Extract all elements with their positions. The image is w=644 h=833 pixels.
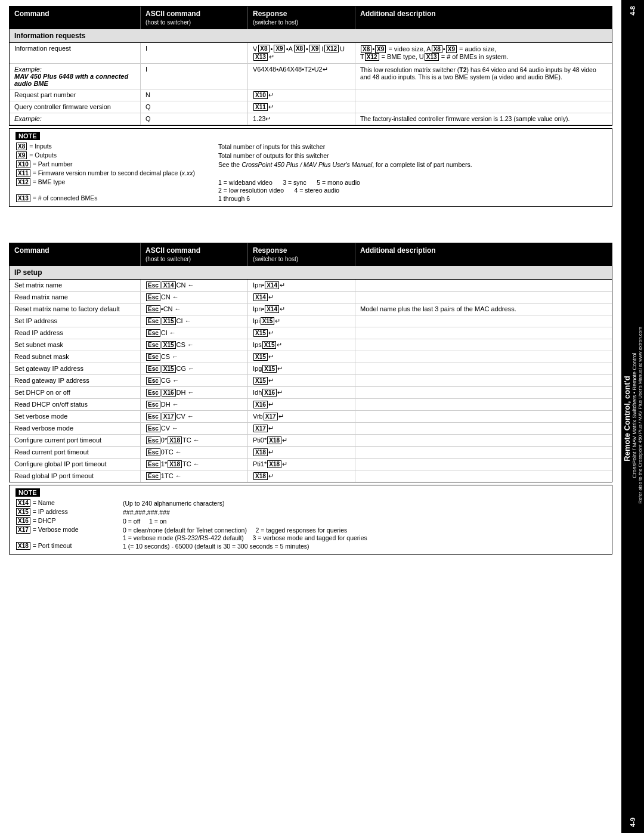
config-current-timeout-row: Configure current port timeout Esc0*X18T…: [10, 435, 612, 447]
firmware-command: Query controller firmware version: [10, 101, 141, 113]
table1-header: Command ASCII command (host to switcher)…: [10, 7, 612, 29]
page-num-top: 4-8: [629, 6, 636, 16]
page-num-bottom: 4-9: [629, 817, 636, 827]
right-sidebar: 4-8 Remote Control, cont'd CrossPoint / …: [621, 0, 644, 833]
example-ascii: I: [141, 64, 248, 89]
note-section-1: NOTE X8 = Inputs Total number of inputs …: [9, 128, 612, 207]
ascii-sub-2: (host to switcher): [145, 256, 191, 262]
firmware-ex-ascii: Q: [141, 113, 248, 125]
ascii-header: ASCII command: [145, 10, 200, 18]
col2-additional: Additional description: [355, 243, 612, 266]
response-header-2: Response: [253, 246, 287, 255]
note-row: X10 = Part number See the CrossPoint 450…: [16, 160, 472, 169]
top-table-section: Command ASCII command (host to switcher)…: [9, 6, 612, 207]
note-table-2: X14 = Name (Up to 240 alphanumeric chara…: [16, 498, 367, 550]
set-dhcp-row: Set DHCP on or off EscX16DH ← IdhX16↵: [10, 387, 612, 399]
note-row: 1 = verbose mode (RS-232/RS-422 default)…: [16, 534, 367, 541]
table2: Command ASCII command (host to switcher)…: [9, 243, 612, 482]
read-ip-row: Read IP address EscCI ← X15↵: [10, 327, 612, 339]
info-request-ascii: I: [141, 43, 248, 63]
main-content: Command ASCII command (host to switcher)…: [0, 0, 621, 833]
set-verbose-row: Set verbose mode EscX17CV ← VrbX17↵: [10, 411, 612, 423]
read-dhcp-row: Read DHCP on/off status EscDH ← X16↵: [10, 399, 612, 411]
note-row: X11 = Firmware version number to second …: [16, 169, 472, 178]
table1: Command ASCII command (host to switcher)…: [9, 6, 612, 126]
read-gateway-row: Read gateway IP address EscCG ← X15↵: [10, 375, 612, 387]
config-global-timeout-row: Configure global IP port timeout Esc1*X1…: [10, 459, 612, 470]
firmware-ex-desc: The factory-installed controller firmwar…: [355, 113, 612, 125]
command-header: Command: [14, 10, 49, 18]
info-request-desc: X8•X9 = video size, AX8•X9 = audio size,…: [355, 43, 612, 63]
response-sub-header: (switcher to host): [253, 19, 298, 26]
note-label-1: NOTE: [16, 132, 40, 140]
info-request-response: VX8•X9•AX8•X9IX12UX13↵: [248, 43, 355, 63]
col2-ascii: ASCII command (host to switcher): [141, 243, 248, 266]
ascii-sub-header: (host to switcher): [145, 19, 191, 26]
firmware-ex-response: 1.23↵: [248, 113, 355, 125]
col2-response: Response (switcher to host): [248, 243, 355, 266]
spacer: [9, 219, 612, 231]
note-row: X9 = Outputs Total number of outputs for…: [16, 151, 472, 160]
firmware-ascii: Q: [141, 101, 248, 113]
note-row: X14 = Name (Up to 240 alphanumeric chara…: [16, 498, 367, 507]
firmware-row: Query controller firmware version Q X11↵: [10, 101, 612, 113]
read-verbose-row: Read verbose mode EscCV ← X17↵: [10, 423, 612, 435]
read-global-timeout-row: Read global IP port timeout Esc1TC ← X18…: [10, 470, 612, 482]
set-gateway-row: Set gateway IP address EscX15CG ← IpgX15…: [10, 363, 612, 375]
col-response: Response (switcher to host): [248, 7, 355, 29]
note-row: X18 = Port timeout 1 (= 10 seconds) - 65…: [16, 541, 367, 550]
reset-matrix-name-row: Reset matrix name to factory default Esc…: [10, 304, 612, 315]
sidebar-main-text: Remote Control, cont'd CrossPoint / MAV …: [623, 327, 643, 506]
col2-command: Command: [10, 243, 141, 266]
info-requests-label: Information requests: [14, 32, 85, 40]
bottom-table-section: Command ASCII command (host to switcher)…: [9, 243, 612, 555]
firmware-response: X11↵: [248, 101, 355, 113]
set-matrix-name-row: Set matrix name EscX14CN ← Ipn•X14↵: [10, 280, 612, 292]
note-row: 2 = low resolution video 4 = stereo audi…: [16, 187, 472, 194]
note-row: X12 = BME type 1 = wideband video 3 = sy…: [16, 178, 472, 187]
info-request-row: Information request I VX8•X9•AX8•X9IX12U…: [10, 43, 612, 64]
col-command: Command: [10, 7, 141, 29]
table2-header: Command ASCII command (host to switcher)…: [10, 243, 612, 266]
response-sub-2: (switcher to host): [253, 256, 298, 262]
command-header-2: Command: [14, 246, 49, 255]
read-current-timeout-row: Read current port timeout Esc0TC ← X18↵: [10, 447, 612, 459]
response-header: Response: [253, 10, 287, 18]
note-row: X15 = IP address ###.###.###.###: [16, 507, 367, 516]
info-requests-header: Information requests: [10, 29, 612, 43]
part-number-row: Request part number N X10↵: [10, 89, 612, 101]
note-table-1: X8 = Inputs Total number of inputs for t…: [16, 142, 472, 203]
firmware-ex-command: Example:: [10, 113, 141, 125]
set-subnet-row: Set subnet mask EscX15CS ← IpsX15↵: [10, 339, 612, 351]
note-row: X13 = # of connected BMEs 1 through 6: [16, 194, 472, 203]
part-number-ascii: N: [141, 89, 248, 101]
note-label-2: NOTE: [16, 488, 40, 497]
firmware-desc: [355, 101, 612, 113]
col-ascii: ASCII command (host to switcher): [141, 7, 248, 29]
info-request-command: Information request: [10, 43, 141, 63]
ip-setup-label: IP setup: [14, 268, 42, 277]
example-response: V64X48•A64X48•T2•U2↵: [248, 64, 355, 89]
example-command: Example: MAV 450 Plus 6448 with a connec…: [10, 64, 141, 89]
note-section-2: NOTE X14 = Name (Up to 240 alphanumeric …: [9, 485, 612, 555]
ascii-header-2: ASCII command: [145, 246, 200, 255]
firmware-example-row: Example: Q 1.23↵ The factory-installed c…: [10, 113, 612, 125]
note-row: X8 = Inputs Total number of inputs for t…: [16, 142, 472, 151]
example-row: Example: MAV 450 Plus 6448 with a connec…: [10, 64, 612, 89]
ip-setup-header: IP setup: [10, 266, 612, 280]
col-additional: Additional description: [355, 7, 612, 29]
read-matrix-name-row: Read matrix name EscCN ← X14↵: [10, 292, 612, 304]
read-subnet-row: Read subnet mask EscCS ← X15↵: [10, 351, 612, 363]
part-number-desc: [355, 89, 612, 101]
set-ip-row: Set IP address EscX15CI ← IpiX15↵: [10, 315, 612, 327]
note-row: X16 = DHCP 0 = off 1 = on: [16, 516, 367, 525]
additional-header-2: Additional description: [360, 246, 436, 255]
part-number-response: X10↵: [248, 89, 355, 101]
example-desc: This low resolution matrix switcher (T2)…: [355, 64, 612, 89]
additional-header: Additional description: [360, 10, 436, 18]
note-row: X17 = Verbose mode 0 = clear/none (defau…: [16, 525, 367, 534]
part-number-command: Request part number: [10, 89, 141, 101]
